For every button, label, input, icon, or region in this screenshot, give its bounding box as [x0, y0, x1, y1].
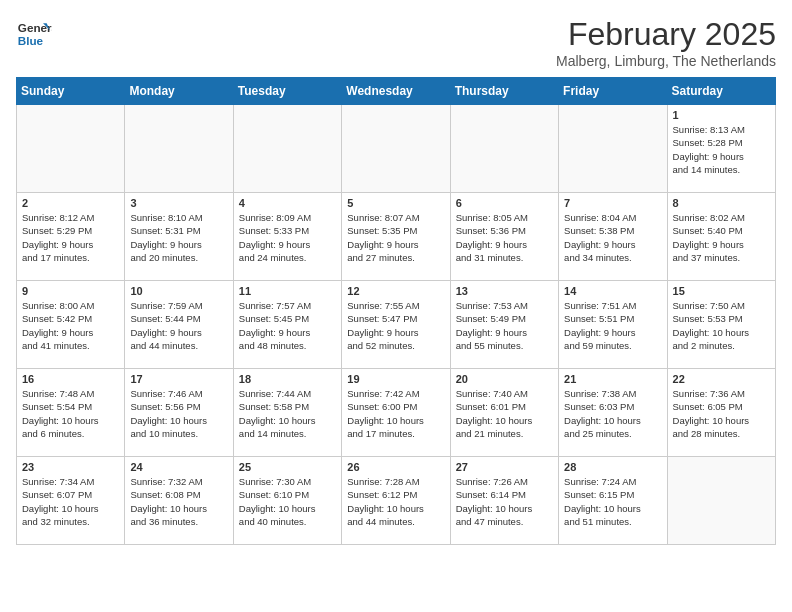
day-info: Sunrise: 8:07 AM Sunset: 5:35 PM Dayligh… — [347, 211, 444, 264]
day-number: 19 — [347, 373, 444, 385]
day-number: 1 — [673, 109, 770, 121]
day-cell-1-3: 5Sunrise: 8:07 AM Sunset: 5:35 PM Daylig… — [342, 193, 450, 281]
day-info: Sunrise: 7:28 AM Sunset: 6:12 PM Dayligh… — [347, 475, 444, 528]
calendar-subtitle: Malberg, Limburg, The Netherlands — [556, 53, 776, 69]
svg-text:General: General — [18, 21, 52, 34]
day-cell-1-1: 3Sunrise: 8:10 AM Sunset: 5:31 PM Daylig… — [125, 193, 233, 281]
day-cell-2-4: 13Sunrise: 7:53 AM Sunset: 5:49 PM Dayli… — [450, 281, 558, 369]
day-number: 18 — [239, 373, 336, 385]
day-cell-1-6: 8Sunrise: 8:02 AM Sunset: 5:40 PM Daylig… — [667, 193, 775, 281]
day-number: 15 — [673, 285, 770, 297]
day-info: Sunrise: 7:57 AM Sunset: 5:45 PM Dayligh… — [239, 299, 336, 352]
day-info: Sunrise: 8:04 AM Sunset: 5:38 PM Dayligh… — [564, 211, 661, 264]
day-cell-0-3 — [342, 105, 450, 193]
day-number: 25 — [239, 461, 336, 473]
day-number: 27 — [456, 461, 553, 473]
day-info: Sunrise: 7:38 AM Sunset: 6:03 PM Dayligh… — [564, 387, 661, 440]
day-info: Sunrise: 8:12 AM Sunset: 5:29 PM Dayligh… — [22, 211, 119, 264]
day-cell-3-5: 21Sunrise: 7:38 AM Sunset: 6:03 PM Dayli… — [559, 369, 667, 457]
week-row-1: 1Sunrise: 8:13 AM Sunset: 5:28 PM Daylig… — [17, 105, 776, 193]
day-cell-0-6: 1Sunrise: 8:13 AM Sunset: 5:28 PM Daylig… — [667, 105, 775, 193]
day-info: Sunrise: 7:51 AM Sunset: 5:51 PM Dayligh… — [564, 299, 661, 352]
day-number: 7 — [564, 197, 661, 209]
day-cell-1-5: 7Sunrise: 8:04 AM Sunset: 5:38 PM Daylig… — [559, 193, 667, 281]
header-wednesday: Wednesday — [342, 78, 450, 105]
day-info: Sunrise: 7:48 AM Sunset: 5:54 PM Dayligh… — [22, 387, 119, 440]
day-number: 24 — [130, 461, 227, 473]
day-cell-3-4: 20Sunrise: 7:40 AM Sunset: 6:01 PM Dayli… — [450, 369, 558, 457]
page-header: General Blue February 2025 Malberg, Limb… — [16, 16, 776, 69]
day-number: 21 — [564, 373, 661, 385]
day-number: 22 — [673, 373, 770, 385]
day-number: 4 — [239, 197, 336, 209]
day-number: 23 — [22, 461, 119, 473]
day-info: Sunrise: 8:13 AM Sunset: 5:28 PM Dayligh… — [673, 123, 770, 176]
day-number: 26 — [347, 461, 444, 473]
header-saturday: Saturday — [667, 78, 775, 105]
day-number: 17 — [130, 373, 227, 385]
day-number: 3 — [130, 197, 227, 209]
day-number: 16 — [22, 373, 119, 385]
day-number: 20 — [456, 373, 553, 385]
week-row-4: 16Sunrise: 7:48 AM Sunset: 5:54 PM Dayli… — [17, 369, 776, 457]
day-info: Sunrise: 7:40 AM Sunset: 6:01 PM Dayligh… — [456, 387, 553, 440]
day-info: Sunrise: 7:26 AM Sunset: 6:14 PM Dayligh… — [456, 475, 553, 528]
day-info: Sunrise: 7:24 AM Sunset: 6:15 PM Dayligh… — [564, 475, 661, 528]
week-row-2: 2Sunrise: 8:12 AM Sunset: 5:29 PM Daylig… — [17, 193, 776, 281]
header-thursday: Thursday — [450, 78, 558, 105]
day-cell-2-6: 15Sunrise: 7:50 AM Sunset: 5:53 PM Dayli… — [667, 281, 775, 369]
day-info: Sunrise: 8:00 AM Sunset: 5:42 PM Dayligh… — [22, 299, 119, 352]
day-number: 12 — [347, 285, 444, 297]
day-number: 11 — [239, 285, 336, 297]
day-info: Sunrise: 7:36 AM Sunset: 6:05 PM Dayligh… — [673, 387, 770, 440]
day-info: Sunrise: 8:05 AM Sunset: 5:36 PM Dayligh… — [456, 211, 553, 264]
day-cell-2-5: 14Sunrise: 7:51 AM Sunset: 5:51 PM Dayli… — [559, 281, 667, 369]
day-info: Sunrise: 8:02 AM Sunset: 5:40 PM Dayligh… — [673, 211, 770, 264]
day-number: 6 — [456, 197, 553, 209]
header-monday: Monday — [125, 78, 233, 105]
header-tuesday: Tuesday — [233, 78, 341, 105]
day-info: Sunrise: 7:50 AM Sunset: 5:53 PM Dayligh… — [673, 299, 770, 352]
day-cell-2-0: 9Sunrise: 8:00 AM Sunset: 5:42 PM Daylig… — [17, 281, 125, 369]
day-number: 8 — [673, 197, 770, 209]
day-cell-3-2: 18Sunrise: 7:44 AM Sunset: 5:58 PM Dayli… — [233, 369, 341, 457]
calendar-table: Sunday Monday Tuesday Wednesday Thursday… — [16, 77, 776, 545]
svg-text:Blue: Blue — [18, 34, 44, 47]
day-cell-0-2 — [233, 105, 341, 193]
weekday-header-row: Sunday Monday Tuesday Wednesday Thursday… — [17, 78, 776, 105]
day-cell-1-4: 6Sunrise: 8:05 AM Sunset: 5:36 PM Daylig… — [450, 193, 558, 281]
day-cell-4-2: 25Sunrise: 7:30 AM Sunset: 6:10 PM Dayli… — [233, 457, 341, 545]
week-row-5: 23Sunrise: 7:34 AM Sunset: 6:07 PM Dayli… — [17, 457, 776, 545]
day-info: Sunrise: 7:55 AM Sunset: 5:47 PM Dayligh… — [347, 299, 444, 352]
day-info: Sunrise: 7:42 AM Sunset: 6:00 PM Dayligh… — [347, 387, 444, 440]
day-cell-0-5 — [559, 105, 667, 193]
day-cell-4-5: 28Sunrise: 7:24 AM Sunset: 6:15 PM Dayli… — [559, 457, 667, 545]
day-number: 14 — [564, 285, 661, 297]
header-friday: Friday — [559, 78, 667, 105]
day-cell-2-3: 12Sunrise: 7:55 AM Sunset: 5:47 PM Dayli… — [342, 281, 450, 369]
title-block: February 2025 Malberg, Limburg, The Neth… — [556, 16, 776, 69]
logo-icon: General Blue — [16, 16, 52, 52]
day-info: Sunrise: 7:59 AM Sunset: 5:44 PM Dayligh… — [130, 299, 227, 352]
day-cell-0-1 — [125, 105, 233, 193]
logo: General Blue — [16, 16, 52, 52]
day-cell-3-3: 19Sunrise: 7:42 AM Sunset: 6:00 PM Dayli… — [342, 369, 450, 457]
day-number: 2 — [22, 197, 119, 209]
day-number: 10 — [130, 285, 227, 297]
day-cell-4-1: 24Sunrise: 7:32 AM Sunset: 6:08 PM Dayli… — [125, 457, 233, 545]
day-info: Sunrise: 7:44 AM Sunset: 5:58 PM Dayligh… — [239, 387, 336, 440]
day-cell-3-0: 16Sunrise: 7:48 AM Sunset: 5:54 PM Dayli… — [17, 369, 125, 457]
day-info: Sunrise: 7:30 AM Sunset: 6:10 PM Dayligh… — [239, 475, 336, 528]
day-number: 9 — [22, 285, 119, 297]
day-info: Sunrise: 7:53 AM Sunset: 5:49 PM Dayligh… — [456, 299, 553, 352]
day-number: 5 — [347, 197, 444, 209]
day-number: 13 — [456, 285, 553, 297]
day-cell-4-0: 23Sunrise: 7:34 AM Sunset: 6:07 PM Dayli… — [17, 457, 125, 545]
day-cell-1-0: 2Sunrise: 8:12 AM Sunset: 5:29 PM Daylig… — [17, 193, 125, 281]
day-cell-4-6 — [667, 457, 775, 545]
day-cell-1-2: 4Sunrise: 8:09 AM Sunset: 5:33 PM Daylig… — [233, 193, 341, 281]
day-info: Sunrise: 8:10 AM Sunset: 5:31 PM Dayligh… — [130, 211, 227, 264]
day-cell-4-3: 26Sunrise: 7:28 AM Sunset: 6:12 PM Dayli… — [342, 457, 450, 545]
day-cell-4-4: 27Sunrise: 7:26 AM Sunset: 6:14 PM Dayli… — [450, 457, 558, 545]
day-cell-0-4 — [450, 105, 558, 193]
